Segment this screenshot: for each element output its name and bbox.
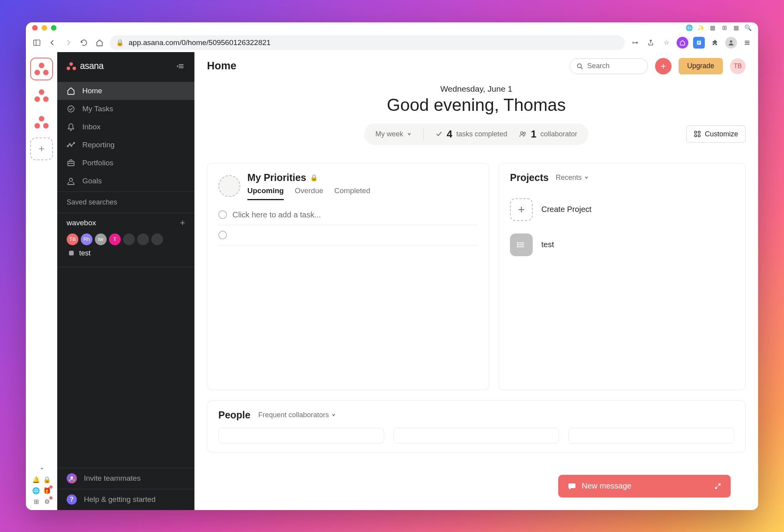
sidebar-item-reporting[interactable]: Reporting xyxy=(57,136,194,154)
global-add-button[interactable]: + xyxy=(655,58,671,74)
tasks-completed-stat: 4 tasks completed xyxy=(436,128,507,140)
search-icon[interactable]: 🔍 xyxy=(744,24,752,32)
avatar[interactable] xyxy=(123,233,135,245)
wavebox-app-tab-1[interactable] xyxy=(30,58,53,80)
asana-logo-icon xyxy=(34,62,49,76)
globe-icon[interactable]: 🌐 xyxy=(685,24,693,32)
gear-icon[interactable]: ⚙ xyxy=(43,498,51,506)
back-button[interactable] xyxy=(47,37,58,48)
team-project[interactable]: test xyxy=(67,245,185,257)
team-header[interactable]: wavebox + xyxy=(67,218,185,228)
wavebox-collapse-icon[interactable]: ⌄ xyxy=(37,463,46,472)
projects-title: Projects xyxy=(510,172,549,183)
invite-teammates-button[interactable]: + Invite teammates xyxy=(57,468,194,489)
svg-rect-31 xyxy=(698,135,700,137)
project-item[interactable]: test xyxy=(510,227,734,262)
lock-icon[interactable]: 🔒 xyxy=(43,476,51,484)
avatar[interactable]: Rh xyxy=(81,233,93,245)
extensions-icon[interactable] xyxy=(710,37,720,48)
key-icon[interactable]: ⊶ xyxy=(630,37,641,48)
globe-icon[interactable]: 🌐 xyxy=(32,487,40,495)
grid-icon[interactable]: ▦ xyxy=(709,24,717,32)
asana-logo-icon xyxy=(34,115,49,129)
reload-button[interactable] xyxy=(78,37,89,48)
asana-brand[interactable]: asana xyxy=(57,52,194,80)
tab-overdue[interactable]: Overdue xyxy=(295,186,323,200)
svg-rect-28 xyxy=(695,131,697,133)
grid2-icon[interactable]: ▦ xyxy=(732,24,740,32)
extension-home-icon[interactable] xyxy=(677,37,688,49)
week-filter[interactable]: My week xyxy=(375,130,412,138)
share-icon[interactable] xyxy=(645,37,656,48)
upgrade-button[interactable]: Upgrade xyxy=(679,58,723,74)
avatar[interactable] xyxy=(151,233,163,245)
avatar[interactable]: T xyxy=(109,233,121,245)
target-icon xyxy=(67,177,75,185)
customize-button[interactable]: Customize xyxy=(686,125,746,143)
wand-icon[interactable]: ✨ xyxy=(697,24,705,32)
people-card-item[interactable] xyxy=(218,428,384,443)
minimize-window-button[interactable] xyxy=(42,25,47,31)
forward-button[interactable] xyxy=(63,37,74,48)
sidebar-item-portfolios[interactable]: Portfolios xyxy=(57,154,194,172)
hero: Wednesday, June 1 Good evening, Thomas M… xyxy=(194,80,758,153)
user-avatar[interactable]: TB xyxy=(730,58,746,74)
gift-icon[interactable]: 🎁 xyxy=(43,487,51,495)
people-filter[interactable]: Frequent collaborators xyxy=(258,411,336,419)
tab-upcoming[interactable]: Upcoming xyxy=(247,186,284,200)
search-input[interactable]: Search xyxy=(570,58,648,74)
add-task-row[interactable]: Click here to add a task... xyxy=(218,205,478,225)
home-button[interactable] xyxy=(94,37,105,48)
add-task-placeholder: Click here to add a task... xyxy=(232,210,321,219)
help-button[interactable]: ? Help & getting started xyxy=(57,489,194,510)
menu-icon[interactable] xyxy=(742,37,753,48)
sidebar-item-label: Portfolios xyxy=(82,159,113,167)
new-message-bar[interactable]: New message xyxy=(558,475,731,498)
widgets-row: My Priorities 🔒 Upcoming Overdue Complet… xyxy=(194,153,758,400)
sidebar-toggle-icon[interactable] xyxy=(31,37,42,48)
plus-icon: + xyxy=(510,198,533,221)
bell-icon[interactable]: 🔔 xyxy=(32,476,40,484)
extension-docs-icon[interactable] xyxy=(693,37,705,49)
main-topbar: Home Search + Upgrade TB xyxy=(194,52,758,80)
create-project-button[interactable]: + Create Project xyxy=(510,192,734,227)
panel-icon[interactable]: ⊞ xyxy=(720,24,728,32)
wavebox-app-tab-3[interactable] xyxy=(30,111,53,134)
sidebar-item-label: Inbox xyxy=(82,123,100,131)
projects-filter[interactable]: Recents xyxy=(556,174,589,182)
empty-task-row[interactable] xyxy=(218,225,478,246)
sidebar-item-label: Reporting xyxy=(82,141,114,149)
people-card-item[interactable] xyxy=(568,428,734,443)
task-check-icon[interactable] xyxy=(218,210,227,219)
svg-rect-30 xyxy=(695,135,697,137)
wavebox-add-app-button[interactable]: + xyxy=(30,138,53,160)
account-icon[interactable] xyxy=(725,37,737,49)
group-icon[interactable]: ⊞ xyxy=(32,498,40,506)
avatar[interactable] xyxy=(137,233,149,245)
svg-point-17 xyxy=(74,142,75,143)
star-icon[interactable]: ☆ xyxy=(661,37,672,48)
briefcase-icon xyxy=(67,159,75,167)
task-check-icon[interactable] xyxy=(218,231,227,239)
tab-completed[interactable]: Completed xyxy=(334,186,370,200)
maximize-window-button[interactable] xyxy=(51,25,56,31)
avatar[interactable]: TB xyxy=(67,233,78,245)
sidebar-collapse-icon[interactable] xyxy=(176,62,185,71)
sidebar-item-my-tasks[interactable]: My Tasks xyxy=(57,100,194,118)
people-card-item[interactable] xyxy=(394,428,559,443)
address-bar[interactable]: 🔒 app.asana.com/0/home/509560126322821 xyxy=(110,35,625,50)
expand-icon[interactable] xyxy=(714,483,721,490)
wavebox-app-tab-2[interactable] xyxy=(30,84,53,107)
user-priorities-avatar[interactable] xyxy=(218,175,240,197)
close-window-button[interactable] xyxy=(32,25,38,31)
sidebar-item-home[interactable]: Home xyxy=(57,82,194,100)
svg-point-16 xyxy=(71,145,72,146)
team-add-button[interactable]: + xyxy=(180,218,185,228)
priorities-card: My Priorities 🔒 Upcoming Overdue Complet… xyxy=(207,163,489,390)
projects-card: Projects Recents + Create Project xyxy=(499,163,746,390)
sidebar-item-goals[interactable]: Goals xyxy=(57,172,194,190)
svg-point-21 xyxy=(71,476,73,479)
sidebar-item-inbox[interactable]: Inbox xyxy=(57,118,194,136)
saved-searches-header[interactable]: Saved searches xyxy=(57,192,194,213)
avatar[interactable]: tw xyxy=(95,233,107,245)
